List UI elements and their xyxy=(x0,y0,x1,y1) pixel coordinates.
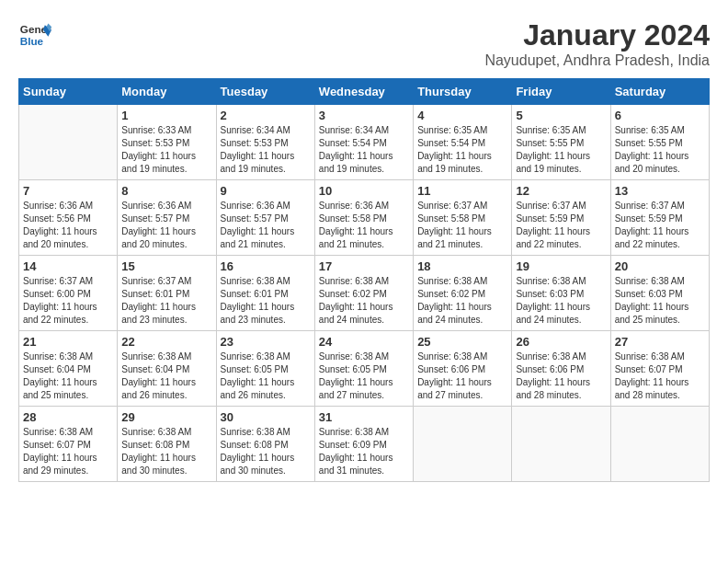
day-number: 18 xyxy=(417,259,507,273)
day-info: Sunrise: 6:36 AMSunset: 5:57 PMDaylight:… xyxy=(121,200,211,251)
day-info: Sunrise: 6:34 AMSunset: 5:54 PMDaylight:… xyxy=(319,124,409,176)
calendar-cell: 28Sunrise: 6:38 AMSunset: 6:07 PMDayligh… xyxy=(19,407,118,482)
day-number: 20 xyxy=(615,259,705,273)
day-number: 22 xyxy=(121,335,211,349)
day-number: 31 xyxy=(319,410,409,424)
day-info: Sunrise: 6:38 AMSunset: 6:02 PMDaylight:… xyxy=(319,275,409,327)
svg-text:Blue: Blue xyxy=(20,35,44,47)
calendar-cell: 25Sunrise: 6:38 AMSunset: 6:06 PMDayligh… xyxy=(414,331,512,407)
day-info: Sunrise: 6:38 AMSunset: 6:03 PMDaylight:… xyxy=(615,275,705,327)
day-number: 27 xyxy=(615,335,705,349)
day-number: 4 xyxy=(417,109,507,122)
day-number: 19 xyxy=(516,259,606,273)
week-row-1: 1Sunrise: 6:33 AMSunset: 5:53 PMDaylight… xyxy=(19,105,710,180)
calendar-cell xyxy=(19,105,118,180)
day-info: Sunrise: 6:35 AMSunset: 5:54 PMDaylight:… xyxy=(417,124,507,176)
day-info: Sunrise: 6:38 AMSunset: 6:09 PMDaylight:… xyxy=(319,426,409,477)
day-info: Sunrise: 6:37 AMSunset: 6:00 PMDaylight:… xyxy=(23,275,113,327)
week-row-3: 14Sunrise: 6:37 AMSunset: 6:00 PMDayligh… xyxy=(19,256,710,331)
calendar-header-row: SundayMondayTuesdayWednesdayThursdayFrid… xyxy=(19,79,710,105)
day-number: 12 xyxy=(516,184,606,198)
day-info: Sunrise: 6:38 AMSunset: 6:05 PMDaylight:… xyxy=(221,350,311,402)
calendar-cell: 4Sunrise: 6:35 AMSunset: 5:54 PMDaylight… xyxy=(414,105,512,180)
day-info: Sunrise: 6:38 AMSunset: 6:08 PMDaylight:… xyxy=(221,426,311,477)
day-number: 13 xyxy=(615,184,705,198)
header-tuesday: Tuesday xyxy=(216,79,314,105)
calendar-cell: 31Sunrise: 6:38 AMSunset: 6:09 PMDayligh… xyxy=(314,407,413,482)
calendar-cell: 11Sunrise: 6:37 AMSunset: 5:58 PMDayligh… xyxy=(414,180,512,256)
day-number: 2 xyxy=(221,109,311,122)
day-number: 26 xyxy=(516,335,606,349)
week-row-5: 28Sunrise: 6:38 AMSunset: 6:07 PMDayligh… xyxy=(19,407,710,482)
day-number: 15 xyxy=(121,259,211,273)
day-info: Sunrise: 6:33 AMSunset: 5:53 PMDaylight:… xyxy=(121,124,211,176)
day-info: Sunrise: 6:37 AMSunset: 5:59 PMDaylight:… xyxy=(615,200,705,251)
calendar-cell: 9Sunrise: 6:36 AMSunset: 5:57 PMDaylight… xyxy=(216,180,314,256)
day-number: 24 xyxy=(319,335,409,349)
calendar-cell: 8Sunrise: 6:36 AMSunset: 5:57 PMDaylight… xyxy=(118,180,216,256)
calendar-cell: 16Sunrise: 6:38 AMSunset: 6:01 PMDayligh… xyxy=(216,256,314,331)
calendar-cell xyxy=(414,407,512,482)
day-number: 8 xyxy=(121,184,211,198)
header-sunday: Sunday xyxy=(19,79,118,105)
calendar-cell xyxy=(610,407,709,482)
day-info: Sunrise: 6:38 AMSunset: 6:03 PMDaylight:… xyxy=(516,275,606,327)
calendar-cell: 17Sunrise: 6:38 AMSunset: 6:02 PMDayligh… xyxy=(314,256,413,331)
day-info: Sunrise: 6:38 AMSunset: 6:02 PMDaylight:… xyxy=(417,275,507,327)
week-row-4: 21Sunrise: 6:38 AMSunset: 6:04 PMDayligh… xyxy=(19,331,710,407)
calendar-cell: 30Sunrise: 6:38 AMSunset: 6:08 PMDayligh… xyxy=(216,407,314,482)
day-info: Sunrise: 6:38 AMSunset: 6:06 PMDaylight:… xyxy=(516,350,606,402)
day-info: Sunrise: 6:34 AMSunset: 5:53 PMDaylight:… xyxy=(221,124,311,176)
calendar-cell: 19Sunrise: 6:38 AMSunset: 6:03 PMDayligh… xyxy=(512,256,610,331)
day-info: Sunrise: 6:38 AMSunset: 6:05 PMDaylight:… xyxy=(319,350,409,402)
day-number: 28 xyxy=(23,410,113,424)
day-number: 21 xyxy=(23,335,113,349)
day-info: Sunrise: 6:36 AMSunset: 5:58 PMDaylight:… xyxy=(319,200,409,251)
day-info: Sunrise: 6:38 AMSunset: 6:07 PMDaylight:… xyxy=(23,426,113,477)
calendar-cell: 3Sunrise: 6:34 AMSunset: 5:54 PMDaylight… xyxy=(314,105,413,180)
month-title: January 2024 xyxy=(484,18,710,52)
week-row-2: 7Sunrise: 6:36 AMSunset: 5:56 PMDaylight… xyxy=(19,180,710,256)
day-number: 29 xyxy=(121,410,211,424)
day-info: Sunrise: 6:36 AMSunset: 5:57 PMDaylight:… xyxy=(221,200,311,251)
day-info: Sunrise: 6:38 AMSunset: 6:08 PMDaylight:… xyxy=(121,426,211,477)
header-saturday: Saturday xyxy=(610,79,709,105)
day-info: Sunrise: 6:37 AMSunset: 5:58 PMDaylight:… xyxy=(417,200,507,251)
location-title: Nayudupet, Andhra Pradesh, India xyxy=(484,52,710,69)
day-number: 10 xyxy=(319,184,409,198)
day-info: Sunrise: 6:37 AMSunset: 6:01 PMDaylight:… xyxy=(121,275,211,327)
calendar-cell: 1Sunrise: 6:33 AMSunset: 5:53 PMDaylight… xyxy=(118,105,216,180)
calendar-cell: 13Sunrise: 6:37 AMSunset: 5:59 PMDayligh… xyxy=(610,180,709,256)
calendar-cell: 18Sunrise: 6:38 AMSunset: 6:02 PMDayligh… xyxy=(414,256,512,331)
day-info: Sunrise: 6:38 AMSunset: 6:06 PMDaylight:… xyxy=(417,350,507,402)
calendar-cell: 15Sunrise: 6:37 AMSunset: 6:01 PMDayligh… xyxy=(118,256,216,331)
day-number: 14 xyxy=(23,259,113,273)
day-info: Sunrise: 6:35 AMSunset: 5:55 PMDaylight:… xyxy=(516,124,606,176)
day-info: Sunrise: 6:35 AMSunset: 5:55 PMDaylight:… xyxy=(615,124,705,176)
header-thursday: Thursday xyxy=(414,79,512,105)
calendar-cell: 14Sunrise: 6:37 AMSunset: 6:00 PMDayligh… xyxy=(19,256,118,331)
calendar-cell: 7Sunrise: 6:36 AMSunset: 5:56 PMDaylight… xyxy=(19,180,118,256)
day-number: 1 xyxy=(121,109,211,122)
calendar-table: SundayMondayTuesdayWednesdayThursdayFrid… xyxy=(18,78,710,482)
title-block: January 2024 Nayudupet, Andhra Pradesh, … xyxy=(484,18,710,69)
day-number: 11 xyxy=(417,184,507,198)
calendar-cell: 27Sunrise: 6:38 AMSunset: 6:07 PMDayligh… xyxy=(610,331,709,407)
day-number: 17 xyxy=(319,259,409,273)
day-number: 7 xyxy=(23,184,113,198)
day-info: Sunrise: 6:38 AMSunset: 6:04 PMDaylight:… xyxy=(121,350,211,402)
day-number: 30 xyxy=(221,410,311,424)
calendar-cell: 20Sunrise: 6:38 AMSunset: 6:03 PMDayligh… xyxy=(610,256,709,331)
calendar-cell: 21Sunrise: 6:38 AMSunset: 6:04 PMDayligh… xyxy=(19,331,118,407)
calendar-cell: 6Sunrise: 6:35 AMSunset: 5:55 PMDaylight… xyxy=(610,105,709,180)
day-info: Sunrise: 6:38 AMSunset: 6:04 PMDaylight:… xyxy=(23,350,113,402)
header-monday: Monday xyxy=(118,79,216,105)
logo: General Blue xyxy=(18,18,51,52)
day-number: 9 xyxy=(221,184,311,198)
day-number: 3 xyxy=(319,109,409,122)
header-wednesday: Wednesday xyxy=(314,79,413,105)
day-number: 23 xyxy=(221,335,311,349)
calendar-cell xyxy=(512,407,610,482)
logo-icon: General Blue xyxy=(18,18,51,52)
calendar-cell: 5Sunrise: 6:35 AMSunset: 5:55 PMDaylight… xyxy=(512,105,610,180)
